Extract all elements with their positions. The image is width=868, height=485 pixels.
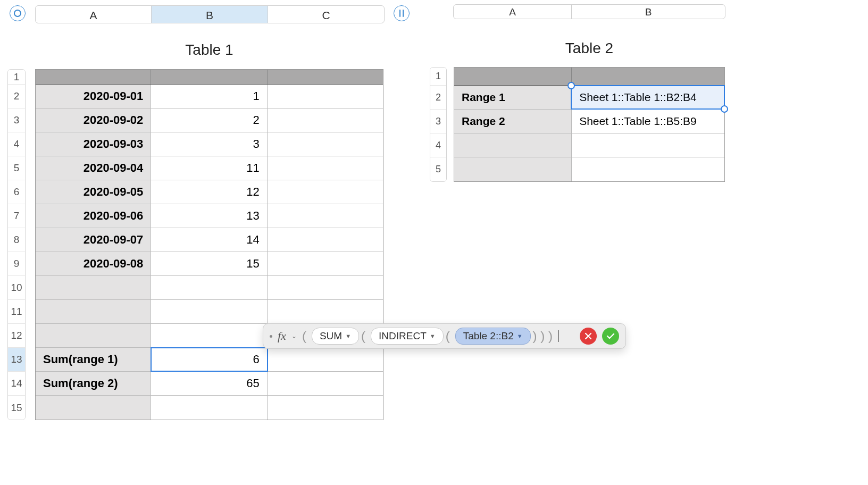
- cell-b[interactable]: 11: [151, 156, 267, 180]
- row-header-2[interactable]: 2: [8, 85, 25, 108]
- column-header-b[interactable]: B: [572, 5, 725, 19]
- row-header-2[interactable]: 2: [430, 86, 446, 110]
- table-row[interactable]: 2020-09-0815: [36, 252, 383, 276]
- column-header-a[interactable]: A: [454, 5, 572, 19]
- column-header-a[interactable]: A: [36, 6, 152, 23]
- cancel-button[interactable]: [580, 328, 597, 345]
- cell-a[interactable]: [36, 324, 151, 347]
- cell-b[interactable]: 15: [151, 252, 267, 275]
- row-header-8[interactable]: 8: [8, 228, 25, 252]
- cell-b[interactable]: 12: [151, 180, 267, 204]
- row-header-4[interactable]: 4: [430, 133, 446, 157]
- cell-a[interactable]: [36, 300, 151, 323]
- table-row[interactable]: [454, 133, 724, 157]
- cell-b[interactable]: 1: [151, 85, 267, 108]
- cell-a[interactable]: 2020-09-01: [36, 85, 151, 108]
- row-header-1[interactable]: 1: [430, 68, 446, 86]
- formula-reference-pill[interactable]: Table 2::B2 ▼: [455, 328, 531, 345]
- table-handle-resize[interactable]: [394, 5, 410, 21]
- row-header-14[interactable]: 14: [8, 372, 25, 396]
- cell-c[interactable]: [268, 132, 383, 156]
- column-header-b[interactable]: B: [152, 6, 268, 23]
- cell-a[interactable]: Sum(range 1): [36, 348, 151, 371]
- table-row[interactable]: 2020-09-0714: [36, 228, 383, 252]
- table-row[interactable]: 2020-09-0411: [36, 156, 383, 180]
- row-header-4[interactable]: 4: [8, 132, 25, 156]
- row-header-6[interactable]: 6: [8, 180, 25, 204]
- cell-c[interactable]: [268, 300, 383, 323]
- cell-b[interactable]: 65: [151, 372, 267, 395]
- row-header-3[interactable]: 3: [430, 110, 446, 133]
- table-row[interactable]: Sum(range 1)6: [36, 348, 383, 372]
- chevron-down-icon[interactable]: ⌄: [291, 332, 297, 340]
- cell-c[interactable]: [268, 348, 383, 371]
- table-row[interactable]: 2020-09-033: [36, 132, 383, 156]
- row-header-12[interactable]: 12: [8, 324, 25, 348]
- cell-b[interactable]: [572, 157, 724, 181]
- row-header-15[interactable]: 15: [8, 396, 25, 420]
- cell-b[interactable]: [151, 324, 267, 347]
- cell-b[interactable]: Sheet 1::Table 1::B5:B9: [572, 110, 724, 133]
- cell-c[interactable]: [268, 156, 383, 180]
- cell-a[interactable]: [36, 276, 151, 299]
- row-header-11[interactable]: 11: [8, 300, 25, 324]
- cell-b[interactable]: 14: [151, 228, 267, 252]
- cell-b[interactable]: [572, 133, 724, 157]
- cell-c[interactable]: [268, 252, 383, 275]
- table-row[interactable]: Range 1Sheet 1::Table 1::B2:B4: [454, 86, 724, 110]
- row-header-10[interactable]: 10: [8, 276, 25, 300]
- fx-label[interactable]: fx: [278, 329, 286, 343]
- table-row[interactable]: Sum(range 2)65: [36, 372, 383, 396]
- cell-b[interactable]: 13: [151, 204, 267, 228]
- confirm-button[interactable]: [602, 328, 619, 345]
- cell-a[interactable]: 2020-09-04: [36, 156, 151, 180]
- cell-c[interactable]: [268, 108, 383, 132]
- cell-b[interactable]: 3: [151, 132, 267, 156]
- table-row[interactable]: Range 2Sheet 1::Table 1::B5:B9: [454, 110, 724, 133]
- cell-b[interactable]: 2: [151, 108, 267, 132]
- cell-a[interactable]: 2020-09-02: [36, 108, 151, 132]
- row-header-5[interactable]: 5: [8, 156, 25, 180]
- table1-grid[interactable]: 2020-09-0112020-09-0222020-09-0332020-09…: [35, 69, 383, 420]
- cell-a[interactable]: Range 1: [454, 86, 572, 109]
- cell-b[interactable]: [151, 276, 267, 299]
- cell-c[interactable]: [268, 204, 383, 228]
- table2-grid[interactable]: Range 1Sheet 1::Table 1::B2:B4Range 2She…: [454, 67, 725, 182]
- table-row[interactable]: [36, 396, 383, 420]
- table-row[interactable]: [36, 276, 383, 300]
- cell-b[interactable]: Sheet 1::Table 1::B2:B4: [572, 86, 724, 109]
- cell-c[interactable]: [268, 180, 383, 204]
- cell-b[interactable]: 6: [151, 348, 267, 371]
- cell-a[interactable]: 2020-09-08: [36, 252, 151, 275]
- cell-a[interactable]: 2020-09-06: [36, 204, 151, 228]
- row-header-9[interactable]: 9: [8, 252, 25, 276]
- formula-token-indirect[interactable]: INDIRECT ▼: [371, 328, 444, 345]
- row-header-1[interactable]: 1: [8, 70, 25, 85]
- table-row[interactable]: [454, 157, 724, 181]
- row-header-13[interactable]: 13: [8, 348, 25, 372]
- table-row[interactable]: [36, 300, 383, 324]
- table-row[interactable]: 2020-09-0613: [36, 204, 383, 228]
- column-header-c[interactable]: C: [268, 6, 384, 23]
- row-header-3[interactable]: 3: [8, 108, 25, 132]
- row-header-5[interactable]: 5: [430, 157, 446, 181]
- cell-a[interactable]: [454, 133, 572, 157]
- cell-a[interactable]: [454, 157, 572, 181]
- cell-a[interactable]: 2020-09-03: [36, 132, 151, 156]
- formula-token-sum[interactable]: SUM ▼: [312, 328, 359, 345]
- table-row[interactable]: 2020-09-011: [36, 85, 383, 108]
- row-header-7[interactable]: 7: [8, 204, 25, 228]
- cell-c[interactable]: [268, 276, 383, 299]
- cell-c[interactable]: [268, 228, 383, 252]
- cell-c[interactable]: [268, 85, 383, 108]
- cell-a[interactable]: 2020-09-07: [36, 228, 151, 252]
- cell-a[interactable]: Sum(range 2): [36, 372, 151, 395]
- table-row[interactable]: 2020-09-022: [36, 108, 383, 132]
- cell-a[interactable]: [36, 396, 151, 420]
- cell-c[interactable]: [268, 372, 383, 395]
- table-row[interactable]: 2020-09-0512: [36, 180, 383, 204]
- formula-bar[interactable]: fx ⌄ ( SUM ▼ ( INDIRECT ▼ ( Table 2::B2 …: [263, 323, 626, 349]
- cell-a[interactable]: Range 2: [454, 110, 572, 133]
- table1-handle-circle[interactable]: [10, 5, 26, 21]
- cell-b[interactable]: [151, 300, 267, 323]
